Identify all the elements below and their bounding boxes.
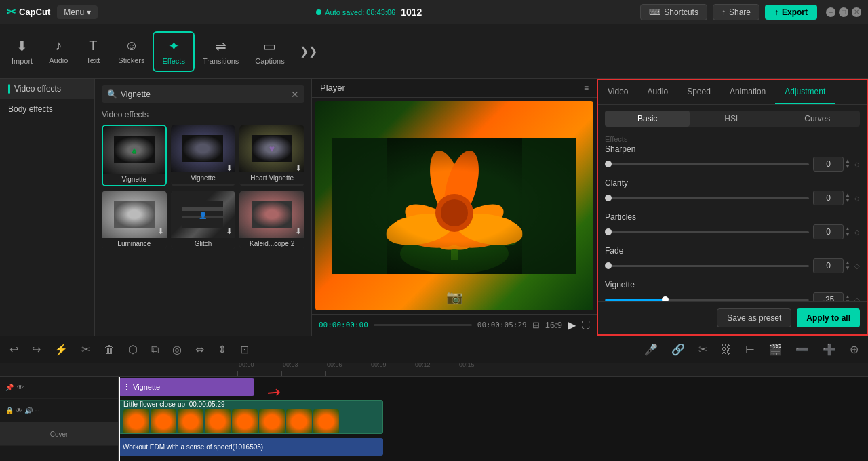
- autosave-text: Auto saved: 08:43:06: [325, 8, 395, 16]
- fade-arrows: ▲ ▼: [845, 260, 850, 271]
- tab-adjustment[interactable]: Adjustment: [775, 80, 835, 104]
- playhead[interactable]: [119, 377, 120, 461]
- toolbar-import[interactable]: ⬇ Import: [3, 33, 41, 71]
- project-number: 1012: [401, 7, 422, 18]
- effect-card-glitch[interactable]: 👤 ⬇ Glitch: [171, 191, 236, 249]
- active-indicator: [8, 84, 10, 94]
- sharpen-reset-button[interactable]: ◇: [854, 161, 860, 168]
- flip-v-button[interactable]: ⇕: [215, 340, 229, 359]
- effect-card-vignette2[interactable]: ⬇ Vignette: [171, 125, 236, 186]
- close-button[interactable]: ✕: [852, 7, 861, 17]
- sidebar-item-body-effects[interactable]: Body effects: [0, 99, 94, 119]
- minus-button[interactable]: ➖: [793, 340, 812, 359]
- sidebar-item-video-effects[interactable]: Video effects: [0, 79, 94, 99]
- toolbar-text[interactable]: T Text: [76, 33, 110, 70]
- sharpen-down-arrow[interactable]: ▼: [845, 164, 850, 169]
- fade-down-arrow[interactable]: ▼: [845, 266, 850, 271]
- trim-button[interactable]: ✂: [79, 340, 93, 359]
- apply-all-button[interactable]: Apply to all: [797, 308, 860, 327]
- ruler-content: 00:00 00:03 00:06 00:09 00:12 00:15: [237, 363, 502, 376]
- undo-button[interactable]: ↩: [7, 340, 21, 359]
- shortcuts-button[interactable]: ⌨ Shortcuts: [640, 4, 707, 20]
- subtab-basic[interactable]: Basic: [605, 111, 690, 127]
- chain-button[interactable]: ⛓: [718, 341, 734, 359]
- captions-label: Captions: [255, 57, 284, 65]
- track-label-cover[interactable]: Cover: [0, 422, 118, 446]
- stickers-icon: ☺: [125, 38, 138, 54]
- particles-slider[interactable]: [605, 231, 809, 233]
- delete-button[interactable]: 🗑: [101, 341, 117, 359]
- camera-icon[interactable]: 📷: [446, 289, 463, 305]
- share-button[interactable]: ↑ Share: [713, 4, 760, 20]
- toolbar-captions[interactable]: ▭ Captions: [247, 33, 292, 71]
- video-clip-button[interactable]: 🎬: [766, 340, 785, 359]
- track-label-video-text: 🔒 👁 🔊 ···: [5, 407, 40, 414]
- vignette-value-input[interactable]: [813, 292, 844, 301]
- fade-slider[interactable]: [605, 265, 809, 267]
- toolbar-stickers[interactable]: ☺ Stickers: [110, 33, 153, 70]
- maximize-button[interactable]: □: [839, 7, 848, 17]
- video-track[interactable]: Little flower close-up 00:00:05:29: [119, 400, 383, 434]
- particles-down-arrow[interactable]: ▼: [845, 232, 850, 237]
- progress-bar[interactable]: [374, 324, 472, 326]
- sharpen-slider[interactable]: [605, 163, 809, 165]
- player-menu-button[interactable]: ≡: [584, 83, 589, 93]
- video-thumb-3: [178, 409, 203, 434]
- tab-animation[interactable]: Animation: [720, 80, 775, 104]
- split2-button[interactable]: ⊢: [743, 340, 757, 359]
- effect-card-vignette1[interactable]: 🌲 Vignette: [102, 125, 167, 186]
- search-input[interactable]: [121, 89, 288, 99]
- panel-bottom: Save as preset Apply to all: [598, 301, 867, 334]
- save-preset-button[interactable]: Save as preset: [717, 308, 791, 327]
- menu-button[interactable]: Menu ▾: [57, 5, 98, 19]
- subtab-hsl[interactable]: HSL: [690, 111, 774, 127]
- effect-card-luminance[interactable]: ⬇ Luminance: [102, 191, 167, 249]
- effects-grid: 🌲 Vignette ⬇ Vignette ♥ ⬇ Heart Vignette: [102, 125, 304, 249]
- crop-button[interactable]: ⊡: [237, 340, 252, 359]
- toolbar-effects[interactable]: ✦ Effects: [153, 31, 194, 72]
- toolbar-audio[interactable]: ♪ Audio: [41, 33, 76, 70]
- add-circle-button[interactable]: ⊕: [847, 340, 861, 359]
- fullscreen-button[interactable]: ⛶: [581, 320, 590, 330]
- slider-row-vignette: Vignette ▲ ▼ ◇: [605, 280, 860, 301]
- subtab-curves[interactable]: Curves: [775, 111, 860, 127]
- toolbar-transitions[interactable]: ⇌ Transitions: [195, 33, 247, 71]
- export-button[interactable]: ↑ Export: [765, 5, 817, 20]
- particles-reset-button[interactable]: ◇: [854, 228, 860, 236]
- animation-button[interactable]: ◎: [170, 340, 184, 359]
- audio-track[interactable]: Workout EDM with a sense of speed(101650…: [119, 438, 383, 456]
- tab-video[interactable]: Video: [598, 80, 637, 104]
- tab-speed[interactable]: Speed: [677, 80, 720, 104]
- vignette-reset-button[interactable]: ◇: [854, 296, 860, 302]
- fade-reset-button[interactable]: ◇: [854, 262, 860, 270]
- duplicate-button[interactable]: ⧉: [149, 341, 161, 359]
- clarity-down-arrow[interactable]: ▼: [845, 198, 850, 203]
- effects-panel: 🔍 ✕ Video effects 🌲 Vignette ⬇ Vignette: [95, 79, 312, 336]
- cut-link-button[interactable]: ✂: [696, 340, 710, 359]
- aspect-ratio-button[interactable]: ⊞: [532, 320, 540, 330]
- flip-h-button[interactable]: ⇔: [193, 340, 207, 359]
- redo-button[interactable]: ↪: [29, 340, 43, 359]
- clarity-slider[interactable]: [605, 197, 809, 199]
- tab-audio[interactable]: Audio: [637, 80, 677, 104]
- vignette-effect-icon: ⋮: [123, 383, 130, 392]
- clarity-value-input[interactable]: [813, 191, 844, 205]
- clarity-reset-button[interactable]: ◇: [854, 195, 860, 202]
- vignette-track[interactable]: ⋮ Vignette: [119, 378, 254, 396]
- effect-card-kaleid[interactable]: ⬇ Kaleid...cope 2: [239, 191, 304, 249]
- shape-button[interactable]: ⬡: [125, 340, 140, 359]
- audio-track-name: Workout EDM with a sense of speed(101650…: [123, 443, 263, 451]
- vignette-slider[interactable]: [605, 299, 809, 301]
- particles-value-input[interactable]: [813, 224, 844, 239]
- toolbar-more[interactable]: ❯❯: [293, 39, 324, 63]
- plus-button[interactable]: ➕: [820, 340, 839, 359]
- split-button[interactable]: ⚡: [52, 340, 71, 359]
- clear-search-button[interactable]: ✕: [291, 89, 299, 100]
- fade-value-input[interactable]: [813, 258, 844, 273]
- mic-button[interactable]: 🎤: [642, 340, 660, 359]
- play-button[interactable]: ▶: [568, 319, 576, 332]
- link-button[interactable]: 🔗: [669, 340, 688, 359]
- minimize-button[interactable]: –: [826, 7, 835, 17]
- sharpen-value-input[interactable]: [813, 157, 844, 172]
- effect-card-heart[interactable]: ♥ ⬇ Heart Vignette: [239, 125, 304, 186]
